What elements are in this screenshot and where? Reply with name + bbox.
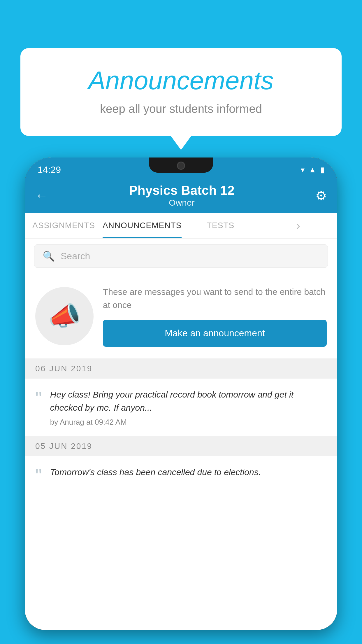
- phone-notch: [149, 158, 213, 173]
- announcement-item-1-content: Hey class! Bring your practical record b…: [50, 388, 327, 427]
- empty-state-card: 📣 These are messages you want to send to…: [25, 274, 337, 359]
- wifi-icon: ▾: [301, 165, 305, 174]
- phone-mockup: 14:29 ▾ ▲ ▮ ← Physics Batch 12 Owner ⚙ A…: [25, 158, 337, 644]
- tab-more[interactable]: ›: [259, 213, 337, 238]
- speech-bubble-section: Announcements keep all your students inf…: [20, 48, 342, 136]
- back-button[interactable]: ←: [35, 188, 48, 203]
- announcement-item-1-meta: by Anurag at 09:42 AM: [50, 418, 327, 427]
- empty-state-description: These are messages you want to send to t…: [103, 285, 327, 312]
- speech-bubble: Announcements keep all your students inf…: [20, 48, 342, 136]
- announcement-card-right: These are messages you want to send to t…: [103, 285, 327, 347]
- battery-icon: ▮: [320, 165, 324, 174]
- date-separator-2: 05 JUN 2019: [25, 436, 337, 456]
- megaphone-icon: 📣: [48, 301, 81, 331]
- tabs-container: ASSIGNMENTS ANNOUNCEMENTS TESTS ›: [25, 213, 337, 239]
- app-bar-title: Physics Batch 12: [129, 183, 235, 198]
- settings-button[interactable]: ⚙: [315, 188, 327, 203]
- bubble-title: Announcements: [44, 66, 318, 95]
- bubble-subtitle: keep all your students informed: [44, 102, 318, 116]
- announcement-item-1[interactable]: " Hey class! Bring your practical record…: [25, 379, 337, 436]
- date-separator-1: 06 JUN 2019: [25, 359, 337, 379]
- quote-icon-1: ": [35, 389, 42, 408]
- announcement-item-2-text: Tomorrow's class has been cancelled due …: [50, 466, 327, 479]
- announcement-icon-circle: 📣: [35, 287, 94, 345]
- status-time: 14:29: [38, 164, 61, 175]
- search-placeholder: Search: [61, 251, 90, 262]
- phone-frame: 14:29 ▾ ▲ ▮ ← Physics Batch 12 Owner ⚙ A…: [25, 158, 337, 630]
- app-bar-subtitle: Owner: [129, 198, 235, 208]
- search-container: 🔍 Search: [25, 239, 337, 274]
- app-bar: ← Physics Batch 12 Owner ⚙: [25, 178, 337, 213]
- signal-icon: ▲: [309, 165, 316, 174]
- tab-announcements[interactable]: ANNOUNCEMENTS: [103, 213, 182, 238]
- announcement-item-2[interactable]: " Tomorrow's class has been cancelled du…: [25, 456, 337, 495]
- tab-tests[interactable]: TESTS: [182, 213, 259, 238]
- quote-icon-2: ": [35, 467, 42, 485]
- search-icon: 🔍: [43, 250, 55, 262]
- make-announcement-button[interactable]: Make an announcement: [103, 320, 327, 347]
- phone-screen: 14:29 ▾ ▲ ▮ ← Physics Batch 12 Owner ⚙ A…: [25, 158, 337, 630]
- search-bar[interactable]: 🔍 Search: [34, 244, 328, 268]
- announcement-item-2-content: Tomorrow's class has been cancelled due …: [50, 466, 327, 482]
- tab-assignments[interactable]: ASSIGNMENTS: [25, 213, 103, 238]
- app-bar-title-container: Physics Batch 12 Owner: [129, 183, 235, 208]
- announcement-item-1-text: Hey class! Bring your practical record b…: [50, 388, 327, 414]
- front-camera: [177, 162, 185, 170]
- status-icons: ▾ ▲ ▮: [301, 165, 324, 174]
